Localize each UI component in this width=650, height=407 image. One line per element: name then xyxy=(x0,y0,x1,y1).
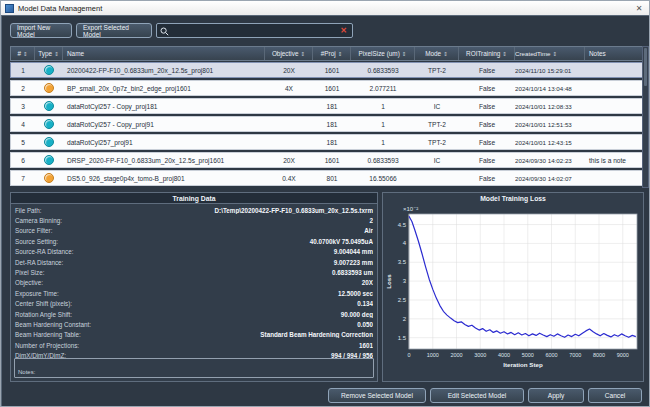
table-row[interactable]: 5dataRotCyl257_proj911811TPT-2False2024/… xyxy=(10,134,643,150)
cell-name: dataRotCyl257 - Copy_proj181 xyxy=(63,99,265,113)
column-header-notes: Notes xyxy=(585,47,642,60)
column-header-name: Name xyxy=(63,47,265,60)
cell-notes xyxy=(585,99,642,113)
cell-roi: False xyxy=(459,63,515,77)
column-header-num[interactable]: #⇕ xyxy=(11,47,35,60)
edit-button[interactable]: Edit Selected Model xyxy=(430,388,524,403)
cell-mode: IC xyxy=(415,153,459,167)
cell-num: 6 xyxy=(11,153,35,167)
search-input[interactable] xyxy=(169,27,338,34)
svg-text:2.5: 2.5 xyxy=(398,297,407,303)
cell-name: DS5.0_926_stage0p4x_tomo-B_proj801 xyxy=(63,171,265,185)
cell-proj: 1601 xyxy=(313,63,351,77)
cell-name: DRSP_2020-FP-F10_0.6833um_20x_12.5s_proj… xyxy=(63,153,265,167)
training-field-value: D:\Temp\20200422-FP-F10_0.6833um_20x_12.… xyxy=(42,207,373,214)
training-field-label: Det-RA Distance: xyxy=(15,259,63,266)
cell-num: 1 xyxy=(11,63,35,77)
cell-pixelsize: 1 xyxy=(351,117,415,131)
training-notes-label: Notes: xyxy=(18,369,35,375)
svg-text:8000: 8000 xyxy=(593,352,605,358)
training-field-row: Source Filter: Air xyxy=(11,226,377,236)
import-new-model-button[interactable]: Import New Model xyxy=(10,23,72,38)
model-table-body: 120200422-FP-F10_0.6833um_20x_12.5s_proj… xyxy=(10,62,643,188)
training-field-label: Beam Hardening Constant: xyxy=(15,321,91,328)
apply-button[interactable]: Apply xyxy=(528,388,584,403)
svg-text:9000: 9000 xyxy=(617,352,629,358)
cell-created: 2024/10/01 12:51:53 xyxy=(515,117,585,131)
column-header-proj[interactable]: #Proj⇕ xyxy=(313,47,351,60)
cell-mode: TPT-2 xyxy=(415,117,459,131)
table-row[interactable]: 2BP_small_20x_0p7z_bin2_edge_proj16014X1… xyxy=(10,80,643,96)
sort-icon: ⇕ xyxy=(54,51,59,57)
cell-pixelsize: 0.6833593 xyxy=(351,63,415,77)
column-header-pixelsize[interactable]: PixelSize (um)⇕ xyxy=(351,47,415,60)
model-type-icon xyxy=(44,83,54,93)
cell-notes: this is a note xyxy=(585,153,642,167)
cell-type xyxy=(35,117,63,131)
training-field-row: Number of Projections: 1601 xyxy=(11,340,377,350)
training-field-value: 2 xyxy=(62,217,373,224)
svg-text:3: 3 xyxy=(403,278,407,284)
column-header-type[interactable]: Type⇕ xyxy=(35,47,63,60)
export-selected-model-button[interactable]: Export Selected Model xyxy=(76,23,152,38)
cell-mode: TPT-2 xyxy=(415,63,459,77)
model-data-management-window: Model Data Management ✕ Import New Model… xyxy=(0,0,650,407)
cell-type xyxy=(35,153,63,167)
clear-search-icon[interactable]: ✕ xyxy=(338,26,349,35)
cell-mode: TPT-2 xyxy=(415,135,459,149)
cell-proj: 801 xyxy=(313,171,351,185)
training-field-row: Exposure Time: 12.5000 sec xyxy=(11,288,377,298)
training-field-row: Pixel Size: 0.6833593 um xyxy=(11,267,377,277)
table-row[interactable]: 120200422-FP-F10_0.6833um_20x_12.5s_proj… xyxy=(10,62,643,78)
cell-num: 5 xyxy=(11,135,35,149)
table-row[interactable]: 4dataRotCyl257 - Copy_proj911811TPT-2Fal… xyxy=(10,116,643,132)
cell-roi: False xyxy=(459,135,515,149)
training-loss-chart: 1.522.533.544.50100020003000400050006000… xyxy=(383,204,643,380)
cell-pixelsize: 1 xyxy=(351,99,415,113)
search-box[interactable]: ✕ xyxy=(156,23,353,38)
column-header-mode[interactable]: Mode⇕ xyxy=(415,47,459,60)
scrollbar-thumb[interactable] xyxy=(644,48,647,86)
training-field-row: Camera Binning: 2 xyxy=(11,215,377,225)
table-row[interactable]: 6DRSP_2020-FP-F10_0.6833um_20x_12.5s_pro… xyxy=(10,152,643,168)
training-field-label: Center Shift (pixels): xyxy=(15,300,72,307)
column-header-created[interactable]: CreatedTime⇕ xyxy=(515,47,585,60)
cell-proj: 181 xyxy=(313,99,351,113)
cell-objective: 20X xyxy=(265,63,313,77)
table-row[interactable]: 7DS5.0_926_stage0p4x_tomo-B_proj8010.4X8… xyxy=(10,170,643,186)
cell-num: 2 xyxy=(11,81,35,95)
svg-text:0: 0 xyxy=(407,352,410,358)
table-header-row: #⇕Type⇕NameObjective⇕#Proj⇕PixelSize (um… xyxy=(10,46,643,61)
model-type-icon xyxy=(44,119,54,129)
svg-text:3000: 3000 xyxy=(474,352,486,358)
cell-proj: 181 xyxy=(313,135,351,149)
cell-roi: False xyxy=(459,171,515,185)
sort-icon: ⇕ xyxy=(23,51,28,57)
cell-objective xyxy=(265,135,313,149)
close-icon[interactable]: ✕ xyxy=(633,4,645,13)
column-header-roi[interactable]: ROITraining⇕ xyxy=(459,47,515,60)
training-data-fields: File Path: D:\Temp\20200422-FP-F10_0.683… xyxy=(11,204,377,361)
training-field-value: 9.007223 mm xyxy=(63,259,373,266)
cell-created: 2024/09/30 14:02:23 xyxy=(515,153,585,167)
window-content: Import New Model Export Selected Model ✕… xyxy=(1,15,650,407)
cell-name: BP_small_20x_0p7z_bin2_edge_proj1601 xyxy=(63,81,265,95)
svg-text:6000: 6000 xyxy=(545,352,557,358)
cancel-button[interactable]: Cancel xyxy=(588,388,642,403)
training-field-value: 0.134 xyxy=(72,300,373,307)
cell-proj: 181 xyxy=(313,117,351,131)
table-scrollbar[interactable] xyxy=(642,46,649,188)
remove-button[interactable]: Remove Selected Model xyxy=(328,388,426,403)
svg-text:7000: 7000 xyxy=(569,352,581,358)
training-field-value: 9.004044 mm xyxy=(73,248,373,255)
toolbar: Import New Model Export Selected Model ✕ xyxy=(10,23,353,38)
sort-icon: ⇕ xyxy=(443,51,448,57)
training-field-value: 1601 xyxy=(79,342,373,349)
cell-type xyxy=(35,171,63,185)
cell-mode xyxy=(415,171,459,185)
window-title: Model Data Management xyxy=(18,4,633,13)
column-header-objective[interactable]: Objective⇕ xyxy=(265,47,313,60)
cell-name: 20200422-FP-F10_0.6833um_20x_12.5s_proj8… xyxy=(63,63,265,77)
table-row[interactable]: 3dataRotCyl257 - Copy_proj1811811ICFalse… xyxy=(10,98,643,114)
cell-pixelsize: 0.6833593 xyxy=(351,153,415,167)
